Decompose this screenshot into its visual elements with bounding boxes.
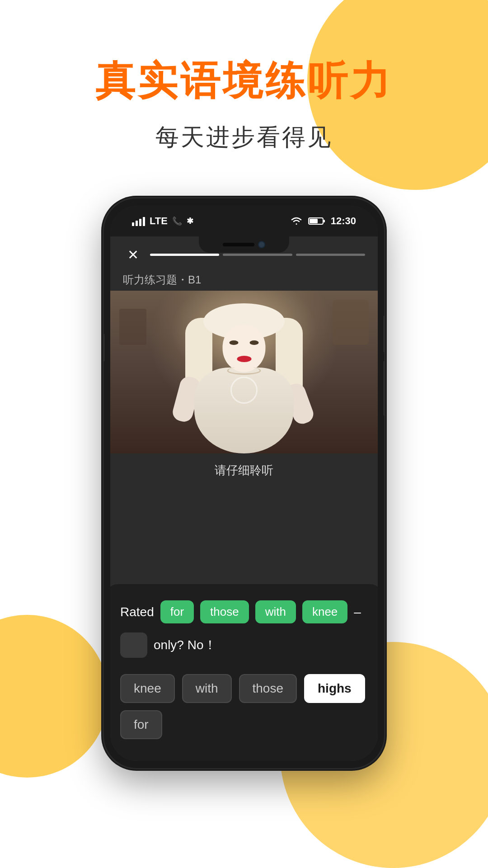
phone-frame: LTE 📞 ✱ [104, 198, 384, 768]
answer-dash: – [354, 605, 361, 619]
word-choice-those[interactable]: those [239, 674, 297, 703]
video-frame [110, 291, 378, 453]
selected-word-for[interactable]: for [160, 600, 194, 623]
status-right: 12:30 [290, 215, 356, 227]
answer-line-1: Rated for those with knee – [120, 600, 368, 623]
close-button[interactable]: ✕ [123, 245, 143, 264]
listen-instruction: 请仔细聆听 [110, 453, 378, 487]
selected-word-with[interactable]: with [255, 600, 296, 623]
answer-line-2: only? No！ [120, 632, 368, 658]
progress-segment-3 [296, 254, 365, 256]
eye-right [250, 340, 259, 345]
notch [199, 236, 289, 253]
wifi-icon [290, 216, 303, 226]
time-display: 12:30 [331, 215, 356, 227]
necklace [227, 367, 261, 375]
selected-word-knee[interactable]: knee [302, 600, 347, 623]
network-type: LTE [150, 215, 168, 227]
lips [237, 356, 251, 362]
character-figure [181, 300, 307, 453]
power-button [104, 334, 104, 361]
word-choices-container: knee with those highs for [120, 674, 368, 739]
eye-left [230, 340, 239, 345]
scene-prop-2 [119, 309, 146, 345]
svg-rect-1 [310, 219, 318, 223]
selected-word-those[interactable]: those [200, 600, 249, 623]
volume-up-button [384, 316, 384, 352]
progress-segment-1 [150, 254, 219, 256]
volume-down-button [384, 361, 384, 415]
sub-title: 每天进步看得见 [155, 122, 333, 153]
bluetooth-icon: ✱ [187, 216, 193, 226]
word-choice-for[interactable]: for [120, 710, 162, 739]
answer-panel: Rated for those with knee – only? No！ [110, 584, 378, 761]
main-title: 真实语境练听力 [95, 54, 393, 108]
progress-segment-2 [223, 254, 292, 256]
signal-icon [132, 216, 145, 226]
phone-screen: LTE 📞 ✱ [110, 206, 378, 761]
answer-suffix: only? No！ [154, 637, 216, 654]
answer-prefix: Rated [120, 605, 154, 619]
battery-icon [308, 217, 325, 226]
speaker-grille [223, 243, 254, 246]
screen-content: ✕ 听力练习题・B1 [110, 236, 378, 761]
progress-bar [150, 254, 365, 256]
scene-prop-1 [333, 300, 369, 345]
word-choice-with[interactable]: with [182, 674, 232, 703]
front-camera [258, 241, 265, 248]
word-choice-knee[interactable]: knee [120, 674, 175, 703]
face [223, 325, 266, 372]
video-player[interactable] [110, 291, 378, 453]
lesson-label: 听力练习题・B1 [110, 273, 378, 291]
status-bar: LTE 📞 ✱ [110, 206, 378, 236]
dress [194, 368, 294, 453]
phone-mockup: LTE 📞 ✱ [90, 198, 398, 795]
blank-slot[interactable] [120, 632, 147, 658]
status-left: LTE 📞 ✱ [132, 215, 193, 227]
call-icon: 📞 [172, 216, 182, 226]
dress-detail [230, 377, 258, 404]
word-choice-highs[interactable]: highs [304, 674, 365, 703]
page-content: 真实语境练听力 每天进步看得见 LTE 📞 [0, 0, 488, 795]
svg-rect-2 [324, 220, 325, 222]
